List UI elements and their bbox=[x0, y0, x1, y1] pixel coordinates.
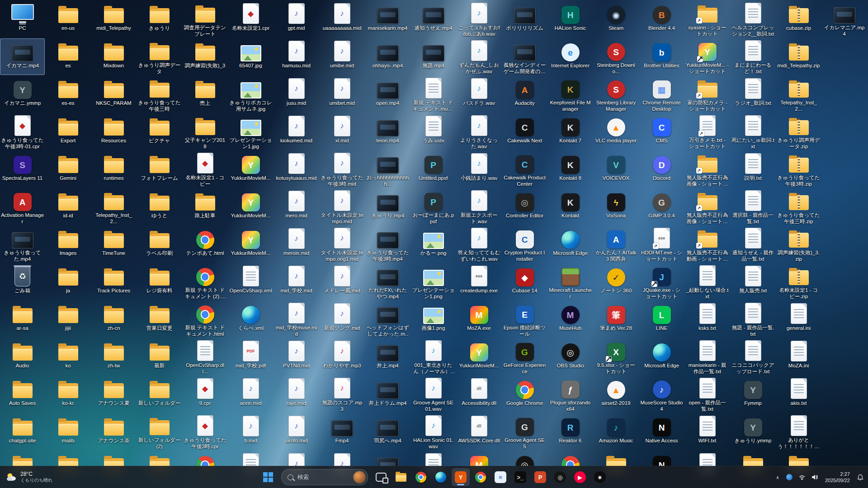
desktop-icon[interactable]: exe↗HDDFMT.exe - ショートカット bbox=[639, 226, 684, 263]
desktop-icon[interactable]: J↗JQuake.exe - ショートカット bbox=[639, 263, 684, 300]
desktop-icon[interactable]: ♪001_東北きりたん（ノーマル）_今じゃ... bbox=[411, 338, 456, 375]
desktop-icon[interactable]: Google Chrome bbox=[502, 376, 547, 413]
desktop-icon[interactable]: きゅうり食ってた午後三時.zip bbox=[776, 188, 821, 225]
desktop-icon[interactable]: Telepathy_Inst_2... bbox=[91, 188, 136, 225]
desktop-icon[interactable]: ▦Chrome Remote Desktop bbox=[639, 76, 684, 113]
desktop-icon[interactable]: SSpectraLayers 11 bbox=[0, 151, 45, 188]
desktop-icon[interactable]: ♪Amazon Music bbox=[594, 413, 638, 450]
desktop-icon[interactable]: 無人販売.txt bbox=[731, 263, 775, 300]
desktop-icon[interactable]: きゅうりボカコレ用サムネ.jpg bbox=[228, 76, 273, 113]
desktop-icon[interactable]: 羽尻へ.mp4 bbox=[365, 413, 410, 450]
desktop-icon[interactable]: ↗万引きメモ.txt - ショートカット bbox=[685, 113, 730, 150]
desktop-icon[interactable]: きゅうり食ってた.mp4 bbox=[0, 226, 45, 263]
desktop-icon[interactable]: 調声練習(失敗)_3 bbox=[183, 38, 227, 75]
desktop-icon[interactable]: 無題.mp4 bbox=[411, 38, 456, 75]
desktop-icon[interactable]: 井上ドラム.mp4 bbox=[365, 376, 410, 413]
desktop-icon[interactable]: ♪無題のスコア.mp3 bbox=[320, 376, 364, 413]
desktop-icon[interactable]: ◆きゅうり食ってた午後3時-01.cpr bbox=[0, 113, 45, 150]
desktop-icon[interactable]: ↗無人販売不正行為画像 - ショートカット bbox=[685, 188, 730, 225]
desktop-icon[interactable]: AActivation Manager bbox=[0, 188, 45, 225]
tray-app-icon[interactable] bbox=[783, 471, 796, 483]
desktop-icon[interactable]: ko bbox=[46, 338, 90, 375]
desktop-icon[interactable]: 名称未設定1 - コピー.zip bbox=[776, 263, 821, 300]
desktop-icon[interactable]: MMoZA.exe bbox=[457, 301, 501, 338]
taskbar-app-music-app[interactable]: ▶ bbox=[571, 468, 589, 486]
desktop-icon[interactable]: dllAccessibility.dll bbox=[457, 376, 501, 413]
desktop-icon[interactable]: 調査用データテンプレート bbox=[183, 1, 227, 38]
tray-overflow-chevron-icon[interactable]: ∧ bbox=[773, 472, 783, 483]
taskbar-app-file-explorer[interactable] bbox=[392, 468, 410, 486]
desktop-icon[interactable]: ♪MuseScore Studio 4 bbox=[639, 376, 684, 413]
desktop-icon[interactable]: レジ袋有料 bbox=[137, 263, 182, 300]
desktop-icon[interactable]: NNative Access bbox=[639, 413, 684, 450]
desktop-icon[interactable]: ラベル印刷 bbox=[137, 226, 182, 263]
desktop-icon[interactable]: 井上.mp4 bbox=[365, 338, 410, 375]
desktop-icon[interactable]: ja bbox=[46, 263, 90, 300]
desktop-icon[interactable]: X↗9.5.xlsx - ショートカット bbox=[594, 338, 638, 375]
desktop-icon[interactable]: Pおーぼーまにあ.ppsf bbox=[411, 188, 456, 225]
desktop-icon[interactable]: AAudacity bbox=[502, 76, 547, 113]
desktop-icon[interactable]: ラジオ_歌詞.txt bbox=[731, 76, 775, 113]
desktop-icon[interactable]: Fmp4 bbox=[320, 413, 364, 450]
desktop-icon[interactable]: イカレマニア.mp4 bbox=[822, 1, 867, 38]
desktop-icon[interactable]: ♪小銭詰まり.wav bbox=[457, 151, 501, 188]
desktop-icon[interactable]: ♪よりうさくなった.wav bbox=[457, 113, 501, 150]
desktop-icon[interactable]: 65407.jpg bbox=[228, 38, 273, 75]
desktop-icon[interactable]: ♪aorin.mid bbox=[228, 376, 273, 413]
desktop-icon[interactable]: きゅうり調声データ bbox=[137, 38, 182, 75]
desktop-icon[interactable]: Resources bbox=[91, 113, 136, 150]
desktop-icon[interactable]: ♪HALion Sonic 01.wav bbox=[411, 413, 456, 450]
desktop-icon[interactable]: ▲airset2-2019 bbox=[594, 376, 638, 413]
desktop-icon[interactable]: NKSC_PARAM bbox=[91, 76, 136, 113]
desktop-icon[interactable]: ko-kr bbox=[46, 376, 90, 413]
desktop-icon[interactable]: 画像1.png bbox=[411, 301, 456, 338]
desktop-icon[interactable]: midi_Telepathy.zip bbox=[776, 38, 821, 75]
desktop-icon[interactable]: ♪mero.mid bbox=[274, 188, 319, 225]
desktop-icon[interactable]: es bbox=[46, 38, 90, 75]
desktop[interactable]: PCイカマニ.mp4Yイカマニ.ymmp◆きゅうり食ってた午後3時-01.cpr… bbox=[0, 0, 868, 488]
desktop-icon[interactable]: きゅうり食ってた午後三時 bbox=[137, 76, 182, 113]
desktop-icon[interactable]: WIFI.txt bbox=[685, 413, 730, 450]
desktop-icon[interactable]: Telepathy_Inst_2... bbox=[776, 76, 821, 113]
desktop-icon[interactable]: open - 親作品一覧.txt bbox=[685, 376, 730, 413]
desktop-icon[interactable]: ♪Groove Agent SE 01.wav bbox=[411, 376, 456, 413]
desktop-icon[interactable]: execreatedump.exe bbox=[457, 263, 501, 300]
desktop-icon[interactable]: Microsoft Edge bbox=[548, 226, 593, 263]
desktop-icon[interactable]: ♪b.mid bbox=[228, 413, 273, 450]
desktop-icon[interactable]: 無題 - 親作品一覧.txt bbox=[731, 301, 775, 338]
desktop-icon[interactable]: 説明.txt bbox=[731, 151, 775, 188]
desktop-icon[interactable]: YFymmp bbox=[731, 376, 775, 413]
desktop-icon[interactable]: 死にたい_ゅ歌詞.txt bbox=[731, 113, 775, 150]
desktop-icon[interactable]: EEpson 接続診断ツール bbox=[502, 301, 547, 338]
desktop-icon[interactable]: きゅうり調声用データ.zip bbox=[776, 113, 821, 150]
taskbar-app-yukkuri-movie-maker[interactable]: Y bbox=[452, 468, 470, 486]
taskbar-app-obs-studio[interactable]: ◎ bbox=[551, 468, 569, 486]
desktop-icon[interactable]: PDFmid_学校.pdf bbox=[228, 338, 273, 375]
desktop-icon[interactable]: KKontakt 8 bbox=[548, 151, 593, 188]
desktop-icon[interactable]: ◎Controller Editor bbox=[502, 188, 547, 225]
taskbar-app-chatgpt[interactable]: ∗ bbox=[591, 468, 609, 486]
desktop-icon[interactable]: Aかんたん！AITalk 3 関西弁 bbox=[594, 226, 638, 263]
desktop-icon[interactable]: OpenCvSharp.xml bbox=[228, 263, 273, 300]
desktop-icon[interactable]: CCakewalk Product Center bbox=[502, 151, 547, 188]
desktop-icon[interactable]: ♪sirofo.mid bbox=[274, 413, 319, 450]
desktop-icon[interactable]: 新規 テキスト ドキュメント.html bbox=[183, 301, 227, 338]
desktop-icon[interactable]: ♪ずんだもん_しおかぜふ.wav bbox=[457, 38, 501, 75]
desktop-icon[interactable]: ゆうと bbox=[137, 188, 182, 225]
desktop-icon[interactable]: ▲VLC media player bbox=[594, 113, 638, 150]
desktop-icon[interactable]: ヘルスコンプレッション2__歌詞.txt bbox=[731, 1, 775, 38]
desktop-icon[interactable]: YYukkuriMovieM... bbox=[228, 188, 273, 225]
wifi-icon[interactable] bbox=[796, 471, 808, 483]
desktop-icon[interactable]: ↗家の防犯カメラ - ショートカット bbox=[685, 76, 730, 113]
desktop-icon[interactable]: テンポあて.html bbox=[183, 226, 227, 263]
desktop-icon[interactable]: Yきゅうり.ymmp bbox=[731, 413, 775, 450]
desktop-icon[interactable]: YYukkuriMovieM... bbox=[228, 226, 273, 263]
desktop-icon[interactable]: VVOICEVOX bbox=[594, 151, 638, 188]
desktop-icon[interactable]: YYukkuriMovieM... bbox=[457, 338, 501, 375]
desktop-icon[interactable]: GGroove Agent SE 5 bbox=[502, 413, 547, 450]
desktop-icon[interactable]: 選択肢 - 親作品一覧.txt bbox=[731, 188, 775, 225]
desktop-icon[interactable]: manisekarin - 親作品一覧.txt bbox=[685, 338, 730, 375]
desktop-icon[interactable]: 通知うぜえ.mp4 bbox=[411, 1, 456, 38]
desktop-icon[interactable]: 新しいフォルダー (2) bbox=[137, 413, 182, 450]
desktop-icon[interactable]: MoZA.ini bbox=[776, 338, 821, 375]
